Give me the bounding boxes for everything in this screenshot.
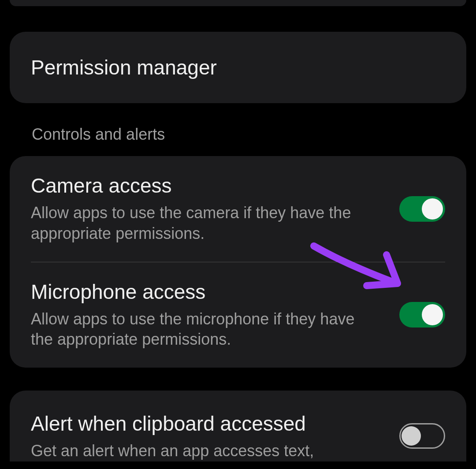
microphone-access-info: Microphone access Allow apps to use the … bbox=[31, 280, 377, 350]
previous-card-bottom-edge bbox=[10, 0, 466, 6]
permission-manager-label: Permission manager bbox=[31, 56, 445, 79]
microphone-access-title: Microphone access bbox=[31, 280, 377, 304]
clipboard-alert-title: Alert when clipboard accessed bbox=[31, 412, 377, 436]
toggle-knob bbox=[402, 426, 421, 446]
microphone-access-row[interactable]: Microphone access Allow apps to use the … bbox=[31, 262, 445, 368]
camera-access-title: Camera access bbox=[31, 174, 377, 197]
microphone-access-toggle[interactable] bbox=[399, 302, 445, 328]
microphone-access-desc: Allow apps to use the microphone if they… bbox=[31, 309, 377, 350]
camera-access-desc: Allow apps to use the camera if they hav… bbox=[31, 203, 377, 244]
controls-alerts-header: Controls and alerts bbox=[32, 125, 476, 144]
clipboard-alert-desc: Get an alert when an app accesses text, bbox=[31, 441, 377, 462]
clipboard-alert-row[interactable]: Alert when clipboard accessed Get an ale… bbox=[10, 391, 466, 462]
camera-access-info: Camera access Allow apps to use the came… bbox=[31, 174, 377, 244]
clipboard-alert-toggle[interactable] bbox=[399, 423, 445, 449]
camera-access-row[interactable]: Camera access Allow apps to use the came… bbox=[10, 156, 466, 262]
controls-alerts-card: Camera access Allow apps to use the came… bbox=[10, 156, 466, 368]
clipboard-alert-info: Alert when clipboard accessed Get an ale… bbox=[31, 412, 377, 462]
camera-access-toggle[interactable] bbox=[399, 196, 445, 222]
permission-manager-row[interactable]: Permission manager bbox=[10, 32, 466, 103]
toggle-knob bbox=[422, 304, 443, 325]
toggle-knob bbox=[422, 198, 443, 220]
